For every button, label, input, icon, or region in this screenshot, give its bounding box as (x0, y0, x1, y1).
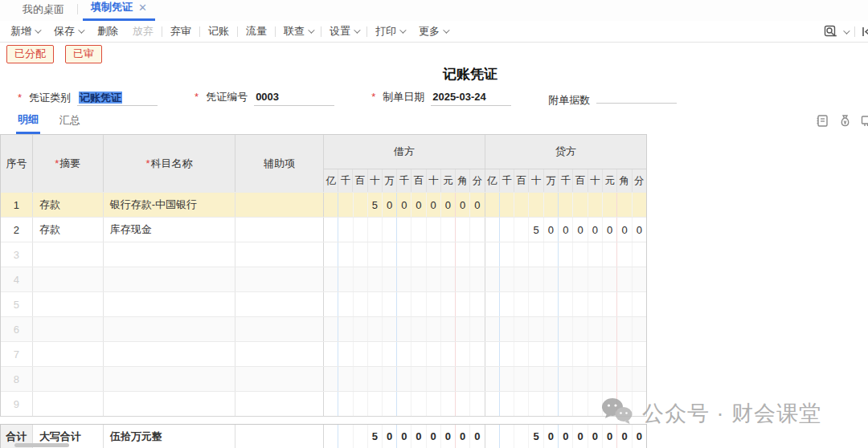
credit-total-digit-万[interactable]: 0 (544, 425, 559, 448)
debit-digit-分[interactable] (470, 342, 484, 366)
debit-digit-元[interactable] (441, 317, 456, 341)
debit-digit-百[interactable] (411, 292, 426, 316)
chevron-down-icon[interactable] (843, 27, 850, 34)
credit-digit-千[interactable] (559, 392, 573, 416)
debit-digit-十[interactable]: 0 (427, 193, 441, 217)
credit-digit-分[interactable] (633, 242, 646, 267)
debit-digit-千[interactable] (397, 242, 411, 267)
credit-digit-十[interactable] (588, 392, 603, 416)
credit-digit-亿[interactable] (485, 242, 500, 267)
debit-digit-角[interactable] (456, 218, 470, 242)
credit-digit-万[interactable] (544, 193, 559, 217)
debit-digit-百[interactable] (354, 392, 368, 416)
credit-digit-十[interactable] (588, 342, 603, 366)
summary-cell[interactable] (33, 317, 104, 341)
credit-digit-百[interactable] (514, 292, 529, 316)
credit-total-digit-千[interactable]: 0 (559, 425, 573, 448)
credit-digit-百[interactable] (573, 292, 588, 316)
debit-digit-百[interactable] (411, 267, 426, 291)
debit-digit-千[interactable] (397, 367, 411, 391)
debit-digit-万[interactable]: 0 (383, 193, 397, 217)
save-button[interactable]: 保存 (47, 24, 90, 39)
credit-digit-万[interactable] (544, 242, 559, 267)
credit-digit-十[interactable] (529, 317, 543, 341)
debit-digit-千[interactable] (338, 392, 353, 416)
debit-digit-百[interactable] (411, 342, 426, 366)
credit-digit-分[interactable] (633, 367, 646, 391)
credit-digit-角[interactable] (617, 292, 632, 316)
credit-digit-十[interactable] (529, 367, 543, 391)
debit-digit-万[interactable] (383, 367, 397, 391)
new-button[interactable]: 新增 (3, 24, 47, 39)
account-cell[interactable] (104, 317, 236, 341)
debit-digit-十[interactable] (427, 317, 441, 341)
aux-cell[interactable] (235, 193, 324, 217)
debit-total-digit-十[interactable]: 0 (427, 425, 441, 448)
debit-digit-分[interactable] (470, 392, 484, 416)
account-cell[interactable] (104, 342, 236, 366)
debit-digit-百[interactable] (411, 392, 426, 416)
debit-total-digit-角[interactable]: 0 (456, 425, 470, 448)
tab-my-desktop[interactable]: 我的桌面 (14, 0, 72, 21)
credit-digit-元[interactable] (603, 342, 617, 366)
debit-digit-元[interactable] (441, 392, 456, 416)
credit-digit-元[interactable] (603, 367, 617, 391)
credit-digit-万[interactable]: 0 (544, 218, 559, 242)
debit-digit-角[interactable] (456, 342, 470, 366)
debit-digit-十[interactable] (368, 292, 383, 316)
debit-digit-万[interactable] (383, 267, 397, 291)
credit-digit-百[interactable] (514, 342, 529, 366)
credit-digit-十[interactable] (529, 292, 543, 316)
credit-digit-百[interactable]: 0 (573, 218, 588, 242)
credit-digit-千[interactable] (500, 267, 514, 291)
debit-digit-万[interactable] (383, 292, 397, 316)
display-icon[interactable] (861, 114, 868, 130)
debit-digit-十[interactable] (368, 267, 383, 291)
debit-digit-分[interactable] (470, 218, 484, 242)
credit-digit-十[interactable] (529, 193, 543, 217)
credit-digit-千[interactable] (500, 367, 514, 391)
debit-digit-元[interactable]: 0 (441, 193, 456, 217)
credit-digit-百[interactable] (573, 242, 588, 267)
credit-digit-角[interactable] (617, 367, 632, 391)
debit-digit-亿[interactable] (324, 367, 338, 391)
credit-digit-十[interactable] (529, 242, 543, 267)
attachment-count-field-value[interactable] (596, 88, 677, 104)
credit-total-digit-亿[interactable] (485, 425, 500, 448)
debit-digit-十[interactable] (427, 392, 441, 416)
cashflow-button[interactable]: 流量 (239, 24, 274, 39)
credit-digit-角[interactable] (617, 193, 632, 217)
debit-digit-百[interactable]: 0 (411, 193, 426, 217)
credit-total-digit-千[interactable] (500, 425, 514, 448)
debit-digit-十[interactable] (368, 342, 383, 366)
debit-digit-百[interactable] (411, 317, 426, 341)
credit-digit-十[interactable] (529, 392, 543, 416)
debit-digit-元[interactable] (441, 218, 456, 242)
account-cell[interactable] (104, 392, 236, 416)
credit-digit-十[interactable] (588, 267, 603, 291)
voucher-type-field-value[interactable]: 记账凭证 (77, 91, 158, 106)
credit-digit-千[interactable] (559, 242, 573, 267)
credit-total-digit-元[interactable]: 0 (603, 425, 617, 448)
debit-digit-十[interactable] (368, 218, 383, 242)
credit-digit-千[interactable] (500, 242, 514, 267)
debit-digit-元[interactable] (441, 367, 456, 391)
credit-digit-百[interactable] (514, 367, 529, 391)
debit-digit-角[interactable] (456, 317, 470, 341)
account-cell[interactable]: 库存现金 (104, 218, 236, 242)
credit-digit-百[interactable] (514, 242, 529, 267)
summary-cell[interactable]: 存款 (33, 193, 104, 217)
credit-digit-万[interactable] (544, 367, 559, 391)
debit-digit-千[interactable] (338, 317, 353, 341)
summary-cell[interactable] (33, 342, 104, 366)
aux-cell[interactable] (235, 218, 324, 242)
summary-cell[interactable]: 存款 (33, 218, 104, 242)
credit-digit-元[interactable] (603, 242, 617, 267)
aux-cell[interactable] (235, 267, 324, 291)
debit-digit-亿[interactable] (324, 267, 338, 291)
credit-digit-亿[interactable] (485, 317, 500, 341)
credit-digit-百[interactable] (573, 342, 588, 366)
summary-cell[interactable] (33, 267, 104, 291)
debit-digit-亿[interactable] (324, 218, 338, 242)
debit-digit-万[interactable] (383, 342, 397, 366)
